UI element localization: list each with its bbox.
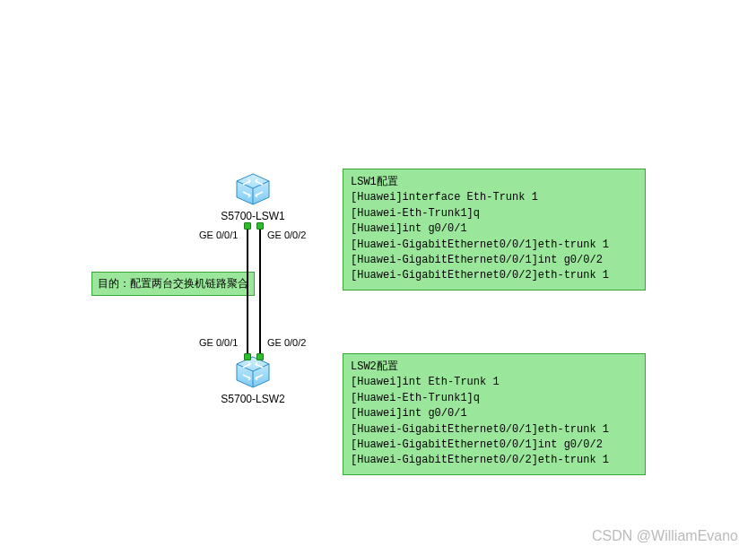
lsw1-config-box: LSW1配置 [Huawei]interface Eth-Trunk 1 [Hu… bbox=[343, 169, 646, 291]
config-line: [Huawei-GigabitEthernet0/0/2]eth-trunk 1 bbox=[351, 269, 609, 282]
config-line: [Huawei-GigabitEthernet0/0/1]eth-trunk 1 bbox=[351, 423, 609, 436]
switch-lsw2-label: S5700-LSW2 bbox=[208, 393, 298, 405]
lsw2-config-box: LSW2配置 [Huawei]int Eth-Trunk 1 [Huawei-E… bbox=[343, 353, 646, 475]
config-line: [Huawei-Eth-Trunk1]q bbox=[351, 207, 480, 220]
port-label-lsw2-2: GE 0/0/2 bbox=[267, 337, 306, 348]
config-line: [Huawei-GigabitEthernet0/0/2]eth-trunk 1 bbox=[351, 454, 609, 466]
config-line: [Huawei-GigabitEthernet0/0/1]eth-trunk 1 bbox=[351, 238, 609, 251]
config-line: [Huawei]interface Eth-Trunk 1 bbox=[351, 191, 538, 204]
port-label-lsw2-1: GE 0/0/1 bbox=[199, 337, 238, 348]
switch-lsw2-icon bbox=[235, 353, 271, 389]
port-label-lsw1-1: GE 0/0/1 bbox=[199, 230, 238, 240]
port-label-lsw1-2: GE 0/0/2 bbox=[267, 230, 306, 240]
diagram-canvas: 目的：配置两台交换机链路聚合 S5700-LSW1 bbox=[0, 0, 756, 555]
config-line: [Huawei]int Eth-Trunk 1 bbox=[351, 376, 500, 388]
config-line: [Huawei]int g0/0/1 bbox=[351, 222, 467, 235]
link-2 bbox=[259, 224, 261, 359]
purpose-text: 目的：配置两台交换机链路聚合 bbox=[98, 277, 248, 290]
switch-lsw1-icon bbox=[235, 170, 271, 206]
purpose-note: 目的：配置两台交换机链路聚合 bbox=[91, 272, 255, 296]
port-dot bbox=[256, 353, 264, 360]
switch-lsw1-label: S5700-LSW1 bbox=[208, 210, 298, 222]
port-dot bbox=[244, 222, 251, 230]
config-line: [Huawei]int g0/0/1 bbox=[351, 407, 467, 420]
port-dot bbox=[256, 222, 264, 230]
link-1 bbox=[247, 224, 248, 359]
config-line: [Huawei-GigabitEthernet0/0/1]int g0/0/2 bbox=[351, 438, 603, 451]
config-line: [Huawei-Eth-Trunk1]q bbox=[351, 392, 480, 404]
watermark: CSDN @WilliamEvano bbox=[592, 528, 738, 544]
config-line: [Huawei-GigabitEthernet0/0/1]int g0/0/2 bbox=[351, 254, 603, 266]
config-title: LSW1配置 bbox=[351, 176, 398, 188]
port-dot bbox=[244, 353, 251, 360]
config-title: LSW2配置 bbox=[351, 360, 398, 373]
